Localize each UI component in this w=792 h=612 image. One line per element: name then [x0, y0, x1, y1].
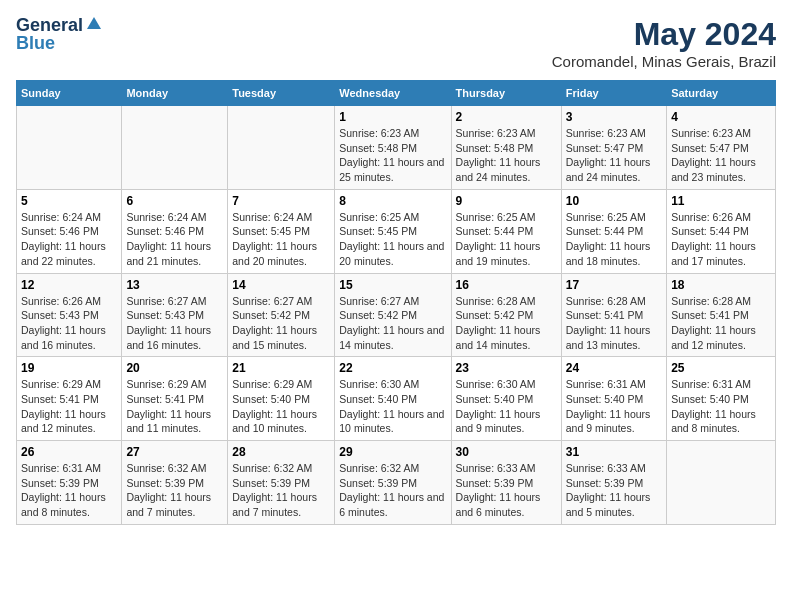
calendar-cell: 17Sunrise: 6:28 AMSunset: 5:41 PMDayligh… — [561, 273, 666, 357]
main-title: May 2024 — [552, 16, 776, 53]
day-number: 15 — [339, 278, 446, 292]
day-info: Sunrise: 6:26 AMSunset: 5:43 PMDaylight:… — [21, 294, 117, 353]
calendar-cell: 31Sunrise: 6:33 AMSunset: 5:39 PMDayligh… — [561, 441, 666, 525]
weekday-header-tuesday: Tuesday — [228, 81, 335, 106]
calendar-cell: 22Sunrise: 6:30 AMSunset: 5:40 PMDayligh… — [335, 357, 451, 441]
day-info: Sunrise: 6:33 AMSunset: 5:39 PMDaylight:… — [456, 461, 557, 520]
day-info: Sunrise: 6:27 AMSunset: 5:42 PMDaylight:… — [232, 294, 330, 353]
day-info: Sunrise: 6:25 AMSunset: 5:45 PMDaylight:… — [339, 210, 446, 269]
calendar-cell: 13Sunrise: 6:27 AMSunset: 5:43 PMDayligh… — [122, 273, 228, 357]
day-number: 5 — [21, 194, 117, 208]
day-info: Sunrise: 6:31 AMSunset: 5:40 PMDaylight:… — [671, 377, 771, 436]
calendar-cell: 20Sunrise: 6:29 AMSunset: 5:41 PMDayligh… — [122, 357, 228, 441]
day-info: Sunrise: 6:25 AMSunset: 5:44 PMDaylight:… — [456, 210, 557, 269]
day-number: 13 — [126, 278, 223, 292]
weekday-header-friday: Friday — [561, 81, 666, 106]
logo-general-text: General — [16, 16, 83, 34]
day-number: 16 — [456, 278, 557, 292]
day-info: Sunrise: 6:25 AMSunset: 5:44 PMDaylight:… — [566, 210, 662, 269]
calendar-cell: 29Sunrise: 6:32 AMSunset: 5:39 PMDayligh… — [335, 441, 451, 525]
calendar-week-row: 26Sunrise: 6:31 AMSunset: 5:39 PMDayligh… — [17, 441, 776, 525]
day-number: 29 — [339, 445, 446, 459]
day-number: 22 — [339, 361, 446, 375]
calendar-cell: 28Sunrise: 6:32 AMSunset: 5:39 PMDayligh… — [228, 441, 335, 525]
weekday-header-sunday: Sunday — [17, 81, 122, 106]
calendar-cell: 7Sunrise: 6:24 AMSunset: 5:45 PMDaylight… — [228, 189, 335, 273]
calendar-cell: 12Sunrise: 6:26 AMSunset: 5:43 PMDayligh… — [17, 273, 122, 357]
day-info: Sunrise: 6:23 AMSunset: 5:48 PMDaylight:… — [456, 126, 557, 185]
calendar-cell — [122, 106, 228, 190]
calendar-table: SundayMondayTuesdayWednesdayThursdayFrid… — [16, 80, 776, 525]
day-info: Sunrise: 6:30 AMSunset: 5:40 PMDaylight:… — [339, 377, 446, 436]
day-number: 21 — [232, 361, 330, 375]
day-info: Sunrise: 6:30 AMSunset: 5:40 PMDaylight:… — [456, 377, 557, 436]
calendar-cell: 14Sunrise: 6:27 AMSunset: 5:42 PMDayligh… — [228, 273, 335, 357]
calendar-cell: 1Sunrise: 6:23 AMSunset: 5:48 PMDaylight… — [335, 106, 451, 190]
calendar-cell: 10Sunrise: 6:25 AMSunset: 5:44 PMDayligh… — [561, 189, 666, 273]
day-number: 8 — [339, 194, 446, 208]
logo: General Blue — [16, 16, 103, 52]
day-info: Sunrise: 6:28 AMSunset: 5:41 PMDaylight:… — [671, 294, 771, 353]
day-info: Sunrise: 6:24 AMSunset: 5:46 PMDaylight:… — [126, 210, 223, 269]
title-block: May 2024 Coromandel, Minas Gerais, Brazi… — [552, 16, 776, 70]
day-number: 27 — [126, 445, 223, 459]
weekday-header-thursday: Thursday — [451, 81, 561, 106]
day-number: 19 — [21, 361, 117, 375]
calendar-cell: 5Sunrise: 6:24 AMSunset: 5:46 PMDaylight… — [17, 189, 122, 273]
calendar-cell: 11Sunrise: 6:26 AMSunset: 5:44 PMDayligh… — [667, 189, 776, 273]
subtitle: Coromandel, Minas Gerais, Brazil — [552, 53, 776, 70]
day-info: Sunrise: 6:26 AMSunset: 5:44 PMDaylight:… — [671, 210, 771, 269]
calendar-cell — [228, 106, 335, 190]
calendar-cell: 15Sunrise: 6:27 AMSunset: 5:42 PMDayligh… — [335, 273, 451, 357]
calendar-cell: 21Sunrise: 6:29 AMSunset: 5:40 PMDayligh… — [228, 357, 335, 441]
day-number: 11 — [671, 194, 771, 208]
day-number: 26 — [21, 445, 117, 459]
day-number: 18 — [671, 278, 771, 292]
day-number: 30 — [456, 445, 557, 459]
calendar-week-row: 1Sunrise: 6:23 AMSunset: 5:48 PMDaylight… — [17, 106, 776, 190]
day-number: 7 — [232, 194, 330, 208]
calendar-cell: 27Sunrise: 6:32 AMSunset: 5:39 PMDayligh… — [122, 441, 228, 525]
day-info: Sunrise: 6:32 AMSunset: 5:39 PMDaylight:… — [339, 461, 446, 520]
day-number: 31 — [566, 445, 662, 459]
calendar-cell: 19Sunrise: 6:29 AMSunset: 5:41 PMDayligh… — [17, 357, 122, 441]
day-number: 9 — [456, 194, 557, 208]
calendar-cell: 6Sunrise: 6:24 AMSunset: 5:46 PMDaylight… — [122, 189, 228, 273]
calendar-cell: 23Sunrise: 6:30 AMSunset: 5:40 PMDayligh… — [451, 357, 561, 441]
day-number: 14 — [232, 278, 330, 292]
day-number: 10 — [566, 194, 662, 208]
day-info: Sunrise: 6:29 AMSunset: 5:40 PMDaylight:… — [232, 377, 330, 436]
day-number: 12 — [21, 278, 117, 292]
weekday-header-row: SundayMondayTuesdayWednesdayThursdayFrid… — [17, 81, 776, 106]
day-number: 20 — [126, 361, 223, 375]
day-info: Sunrise: 6:28 AMSunset: 5:41 PMDaylight:… — [566, 294, 662, 353]
page-header: General Blue May 2024 Coromandel, Minas … — [16, 16, 776, 70]
weekday-header-wednesday: Wednesday — [335, 81, 451, 106]
day-info: Sunrise: 6:33 AMSunset: 5:39 PMDaylight:… — [566, 461, 662, 520]
day-info: Sunrise: 6:29 AMSunset: 5:41 PMDaylight:… — [126, 377, 223, 436]
calendar-cell: 24Sunrise: 6:31 AMSunset: 5:40 PMDayligh… — [561, 357, 666, 441]
day-number: 4 — [671, 110, 771, 124]
day-number: 25 — [671, 361, 771, 375]
calendar-cell: 8Sunrise: 6:25 AMSunset: 5:45 PMDaylight… — [335, 189, 451, 273]
day-number: 23 — [456, 361, 557, 375]
day-info: Sunrise: 6:32 AMSunset: 5:39 PMDaylight:… — [126, 461, 223, 520]
weekday-header-monday: Monday — [122, 81, 228, 106]
day-number: 1 — [339, 110, 446, 124]
day-number: 24 — [566, 361, 662, 375]
day-info: Sunrise: 6:32 AMSunset: 5:39 PMDaylight:… — [232, 461, 330, 520]
day-number: 2 — [456, 110, 557, 124]
calendar-cell: 16Sunrise: 6:28 AMSunset: 5:42 PMDayligh… — [451, 273, 561, 357]
logo-blue-text: Blue — [16, 34, 103, 52]
svg-marker-0 — [87, 17, 101, 29]
day-info: Sunrise: 6:24 AMSunset: 5:45 PMDaylight:… — [232, 210, 330, 269]
calendar-cell: 18Sunrise: 6:28 AMSunset: 5:41 PMDayligh… — [667, 273, 776, 357]
calendar-header: SundayMondayTuesdayWednesdayThursdayFrid… — [17, 81, 776, 106]
calendar-week-row: 5Sunrise: 6:24 AMSunset: 5:46 PMDaylight… — [17, 189, 776, 273]
calendar-cell: 4Sunrise: 6:23 AMSunset: 5:47 PMDaylight… — [667, 106, 776, 190]
day-number: 6 — [126, 194, 223, 208]
day-info: Sunrise: 6:23 AMSunset: 5:47 PMDaylight:… — [566, 126, 662, 185]
day-info: Sunrise: 6:27 AMSunset: 5:43 PMDaylight:… — [126, 294, 223, 353]
logo-icon — [85, 15, 103, 33]
day-number: 3 — [566, 110, 662, 124]
